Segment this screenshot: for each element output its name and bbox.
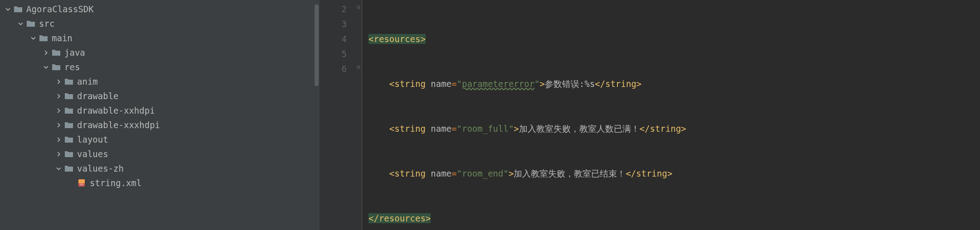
sidebar-scrollbar-thumb[interactable] bbox=[315, 5, 319, 86]
folder-icon bbox=[52, 49, 61, 56]
xml-tag: <string bbox=[389, 124, 426, 134]
tree-item-label: values-zh bbox=[77, 163, 124, 173]
tree-item-label: anim bbox=[77, 77, 98, 86]
tree-item-label: src bbox=[39, 19, 54, 29]
tree-folder-item[interactable]: values-zh bbox=[0, 161, 320, 176]
tree-folder-item[interactable]: src bbox=[0, 16, 320, 31]
line-number: 4 bbox=[320, 32, 347, 47]
tree-folder-item[interactable]: values bbox=[0, 147, 320, 161]
code-line[interactable]: <resources> bbox=[369, 32, 980, 47]
tree-folder-item[interactable]: res bbox=[0, 60, 320, 74]
folder-icon bbox=[64, 165, 73, 172]
xml-close-tag: </resources> bbox=[369, 213, 431, 223]
code-line[interactable]: </resources> bbox=[369, 211, 980, 226]
tree-folder-item[interactable]: drawable-xxhdpi bbox=[0, 103, 320, 118]
xml-attr-value: room_full bbox=[462, 124, 509, 134]
line-number: 3 bbox=[320, 17, 347, 32]
folder-icon bbox=[64, 78, 73, 85]
folder-icon bbox=[39, 34, 48, 42]
xml-attr-value: parametererror bbox=[462, 79, 534, 89]
line-number: 5 bbox=[320, 47, 347, 62]
code-line[interactable]: <string name="room_full">加入教室失败，教室人数已满！<… bbox=[369, 121, 980, 136]
tree-item-label: string.xml bbox=[90, 178, 141, 188]
chevron-down-icon[interactable] bbox=[42, 63, 50, 71]
xml-attr-value: room_end bbox=[462, 168, 504, 178]
code-line[interactable]: <string name="room_end">加入教室失败，教室已结束！</s… bbox=[369, 166, 980, 181]
tree-item-label: AgoraClassSDK bbox=[26, 4, 94, 14]
line-number-gutter: 2 3 4 5 6 bbox=[320, 0, 355, 230]
folder-icon bbox=[64, 121, 73, 129]
xml-tag: <string bbox=[389, 79, 426, 89]
chevron-down-icon[interactable] bbox=[29, 34, 37, 42]
line-number: 2 bbox=[320, 2, 347, 17]
chevron-right-icon[interactable] bbox=[54, 150, 63, 158]
tree-folder-item[interactable]: AgoraClassSDK bbox=[0, 2, 320, 16]
tree-item-label: drawable-xxhdpi bbox=[77, 105, 155, 115]
chevron-down-icon[interactable] bbox=[54, 164, 63, 172]
tree-file-item[interactable]: <>string.xml bbox=[0, 176, 320, 190]
tree-item-label: drawable-xxxhdpi bbox=[77, 120, 160, 130]
xml-text: 加入教室失败，教室已结束！ bbox=[514, 168, 626, 178]
tree-folder-item[interactable]: drawable-xxxhdpi bbox=[0, 118, 320, 132]
chevron-down-icon[interactable] bbox=[16, 19, 24, 28]
folder-icon bbox=[52, 63, 61, 71]
gutter-fold-region[interactable]: ⊟ ⊟ bbox=[355, 0, 362, 230]
chevron-right-icon[interactable] bbox=[54, 121, 63, 129]
chevron-none bbox=[67, 179, 75, 187]
xml-text: 加入教室失败，教室人数已满！ bbox=[519, 124, 640, 134]
chevron-right-icon[interactable] bbox=[54, 92, 63, 100]
chevron-right-icon[interactable] bbox=[54, 135, 63, 144]
tree-item-label: java bbox=[64, 48, 85, 58]
tree-item-label: layout bbox=[77, 134, 108, 144]
xml-file-icon: <> bbox=[77, 179, 86, 187]
project-tree-sidebar[interactable]: AgoraClassSDKsrcmainjavaresanimdrawabled… bbox=[0, 0, 320, 230]
fold-close-icon[interactable]: ⊟ bbox=[356, 64, 361, 70]
tree-folder-item[interactable]: anim bbox=[0, 74, 320, 89]
chevron-right-icon[interactable] bbox=[54, 106, 63, 115]
folder-icon bbox=[64, 92, 73, 100]
tree-folder-item[interactable]: java bbox=[0, 45, 320, 60]
xml-attr: name bbox=[426, 124, 451, 134]
folder-icon bbox=[64, 136, 73, 143]
code-line[interactable]: <string name="parametererror">参数错误:%s</s… bbox=[369, 77, 980, 91]
folder-icon bbox=[26, 20, 35, 27]
folder-icon bbox=[14, 5, 23, 13]
chevron-right-icon[interactable] bbox=[42, 48, 50, 57]
tree-item-label: res bbox=[64, 62, 80, 72]
code-content[interactable]: <resources> <string name="parametererror… bbox=[362, 0, 980, 230]
chevron-right-icon[interactable] bbox=[54, 77, 63, 86]
fold-open-icon[interactable]: ⊟ bbox=[356, 5, 361, 10]
chevron-down-icon[interactable] bbox=[4, 5, 12, 13]
folder-icon bbox=[64, 150, 73, 158]
xml-tag: <string bbox=[389, 168, 426, 178]
sidebar-scrollbar[interactable] bbox=[315, 0, 319, 230]
tree-item-label: drawable bbox=[77, 91, 119, 101]
xml-attr: name bbox=[426, 79, 451, 89]
tree-item-label: values bbox=[77, 149, 108, 159]
xml-attr: name bbox=[426, 168, 451, 178]
xml-close-tag: </string> bbox=[640, 124, 686, 134]
xml-close-tag: </string> bbox=[595, 79, 641, 89]
xml-text: 参数错误:%s bbox=[545, 79, 595, 89]
tree-folder-item[interactable]: drawable bbox=[0, 89, 320, 103]
tree-folder-item[interactable]: main bbox=[0, 31, 320, 45]
folder-icon bbox=[64, 107, 73, 114]
svg-text:<>: <> bbox=[80, 183, 83, 186]
xml-tag: <resources> bbox=[369, 34, 426, 44]
line-number: 6 bbox=[320, 62, 347, 77]
code-editor[interactable]: 2 3 4 5 6 ⊟ ⊟ <resources> <string name="… bbox=[320, 0, 980, 230]
tree-folder-item[interactable]: layout bbox=[0, 132, 320, 147]
xml-close-tag: </string> bbox=[626, 168, 672, 178]
tree-item-label: main bbox=[52, 33, 73, 43]
